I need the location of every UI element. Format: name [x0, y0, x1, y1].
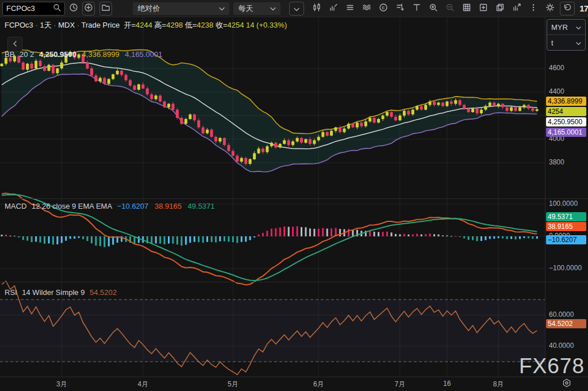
events-button[interactable]: E [376, 2, 390, 15]
copy-icon [495, 3, 505, 14]
tradingview-logo[interactable]: 17 [579, 3, 588, 13]
add-button[interactable] [82, 2, 95, 16]
axis-unit-widget: MYR t [547, 19, 586, 51]
time-axis-label: 7月 [395, 379, 406, 389]
zoom-out-icon [445, 3, 455, 14]
zoom-in-button[interactable] [426, 2, 440, 15]
text-tool-button[interactable] [410, 2, 424, 15]
price-axis-label: 4400 [549, 87, 564, 95]
screenshot-icon [479, 3, 488, 14]
rsi-axis-label: 40.0000 [549, 342, 574, 350]
indicators-button[interactable] [326, 2, 340, 15]
price-mode-value: 绝对价 [137, 3, 160, 14]
copy-button[interactable] [493, 2, 507, 15]
rsi-legend[interactable]: RSI 14 Wilder Simple 9 54.5202 [5, 288, 117, 297]
time-axis-label: 16 [443, 379, 451, 388]
currency-dropdown[interactable]: MYR [547, 20, 585, 34]
top-toolbar: FCPOc3 绝对价 每天 [0, 0, 588, 17]
measure-button[interactable] [393, 2, 407, 15]
close-value: 4254 [227, 21, 244, 29]
chevron-down-icon [576, 39, 581, 47]
price-badge: 4254 [546, 107, 586, 116]
price-mode-dropdown[interactable]: 绝对价 [133, 2, 229, 15]
macd-badge: −10.6207 [546, 235, 586, 244]
interval-expand-button[interactable] [289, 2, 304, 16]
candlestick-style-icon [312, 3, 321, 14]
indicators-icon [329, 3, 338, 14]
chart-canvas[interactable] [0, 17, 545, 377]
bb-upper-value: 4,336.8999 [82, 50, 120, 59]
grid-button[interactable] [460, 2, 474, 15]
undo-button[interactable] [560, 2, 575, 16]
chevron-down-icon [294, 3, 299, 14]
rsi-badge: 54.5202 [546, 319, 586, 328]
symbol-series: Trade Price [82, 21, 120, 29]
more-options-button[interactable] [526, 2, 540, 15]
time-axis-label: 8月 [493, 379, 504, 389]
symbol-name: FCPOc3 [5, 21, 33, 29]
price-axis-label: 4600 [549, 64, 564, 72]
hexagon-settings-icon [562, 378, 571, 390]
zoom-in-icon [429, 3, 438, 14]
interval-dropdown[interactable]: 每天 [233, 2, 280, 15]
bb-lower-value: 4,165.0001 [125, 50, 162, 59]
macd-signal-value: 49.5371 [188, 202, 215, 210]
price-badge: 4,250.9500 [546, 117, 586, 126]
settings-icon [545, 3, 555, 14]
chevron-down-icon [270, 4, 276, 13]
unit-dropdown[interactable]: t [547, 34, 585, 50]
pane-separator-rsi[interactable] [0, 282, 588, 282]
high-value: 4298 [166, 21, 183, 29]
trading-app: FCPOc3 绝对价 每天 [0, 0, 588, 391]
open-layout-button[interactable] [99, 2, 112, 16]
price-axis-label: 3800 [549, 158, 564, 166]
macd-hist-value: −10.6207 [117, 202, 149, 210]
price-axis[interactable]: MYR t 4600440040003800100.00000.0000−100… [545, 17, 588, 377]
text-tool-icon [412, 3, 421, 14]
interval-value: 每天 [238, 3, 253, 14]
bb-legend[interactable]: BB 20 2 4,250.9500 4,336.8999 4,165.0001 [5, 50, 162, 59]
macd-badge: 38.9165 [546, 222, 586, 231]
pane-separator-macd[interactable] [0, 198, 588, 199]
patterns-icon [362, 3, 371, 14]
macd-line-value: 38.9165 [155, 202, 182, 210]
macd-legend[interactable]: MACD 12 26 close 9 EMA EMA −10.6207 38.9… [5, 202, 215, 210]
symbol-search-value: FCPOc3 [6, 4, 35, 13]
settings-button[interactable] [543, 2, 557, 15]
folder-icon [101, 3, 110, 14]
macd-axis-label: 100.0000 [549, 200, 578, 208]
clock-icon [69, 3, 78, 14]
time-interval-history-button[interactable] [68, 2, 79, 15]
macd-axis-label: −100.0000 [549, 264, 582, 272]
time-axis-corner[interactable] [545, 377, 588, 391]
toolbar-icons: E [286, 2, 588, 16]
time-axis-label: 4月 [138, 379, 149, 389]
symbol-search-input[interactable]: FCPOc3 [2, 2, 65, 16]
more-options-icon [529, 3, 538, 14]
svg-text:E: E [382, 5, 385, 10]
time-axis-label: 5月 [228, 379, 239, 389]
time-axis-label: 6月 [313, 379, 324, 389]
low-value: 4238 [197, 21, 213, 29]
price-badge: 4,165.0001 [546, 128, 586, 137]
open-value: 4244 [136, 21, 152, 29]
zoom-out-button[interactable] [443, 2, 457, 15]
grid-icon [462, 3, 471, 14]
patterns-button[interactable] [360, 2, 374, 15]
macd-badge: 49.5371 [546, 212, 586, 221]
export-chart-button[interactable] [510, 2, 524, 15]
chevron-down-icon [576, 23, 581, 32]
measure-icon [395, 3, 405, 14]
time-axis[interactable]: 3月4月5月6月7月168月 [0, 377, 545, 391]
events-icon: E [379, 3, 388, 14]
time-axis-border [0, 377, 588, 377]
rsi-value: 54.5202 [90, 288, 117, 297]
bb-basis-value: 4,250.9500 [39, 50, 76, 59]
time-axis-label: 3月 [56, 379, 67, 389]
symbol-info-row[interactable]: FCPOc3 · 1天 · MDX · Trade Price 开=4244 高… [5, 20, 287, 30]
change-value: 14 (+0.33%) [246, 21, 287, 29]
screenshot-button[interactable] [476, 2, 490, 15]
export-chart-icon [512, 3, 521, 14]
layout-templates-button[interactable] [343, 2, 357, 15]
chart-type-button[interactable] [310, 2, 324, 15]
